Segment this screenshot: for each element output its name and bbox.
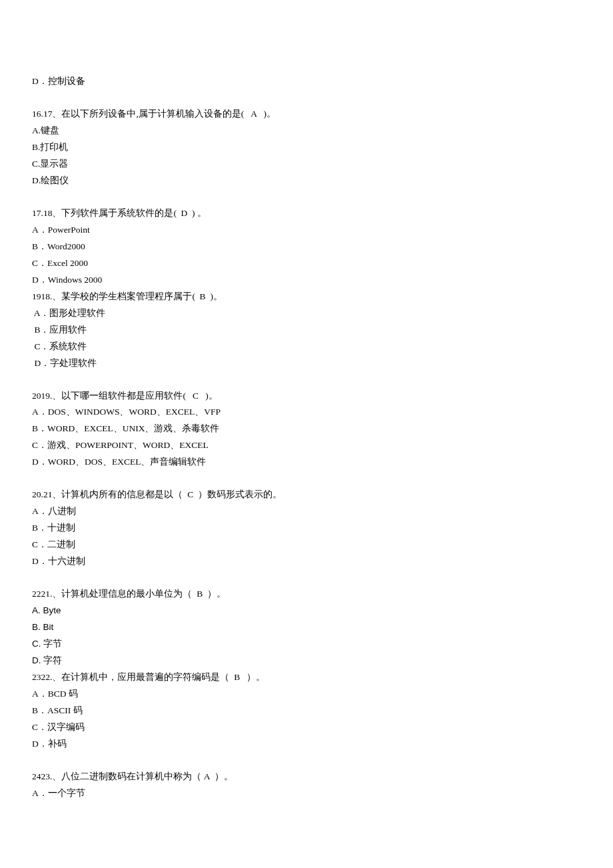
option-b: B. Bit (32, 619, 581, 636)
option-a: A．PowerPoint (32, 222, 581, 239)
option-a: A．图形处理软件 (32, 305, 581, 322)
question-19-18: 1918.、某学校的学生档案管理程序属于( B )。 (32, 289, 581, 305)
option-b: B．ASCII 码 (32, 703, 581, 719)
question-20-19: 2019.、以下哪一组软件都是应用软件( C )。 (32, 388, 581, 405)
option-b: B．十进制 (32, 520, 581, 537)
option-d: D. 字符 (32, 653, 581, 669)
spacer (32, 90, 581, 106)
question-23-22: 2322.、在计算机中，应用最普遍的字符编码是（ B ）。 (32, 669, 581, 686)
option-a: A．BCD 码 (32, 686, 581, 703)
option-a: A．DOS、WINDOWS、WORD、EXCEL、VFP (32, 404, 581, 421)
question-20-21: 20.21、计算机内所有的信息都是以（ C ）数码形式表示的。 (32, 487, 581, 503)
option-d: D．补码 (32, 736, 581, 753)
option-b: B．Word2000 (32, 239, 581, 255)
option-c: C．二进制 (32, 537, 581, 553)
option-a: A．八进制 (32, 503, 581, 520)
option-c: C．汉字编码 (32, 719, 581, 736)
option-b: B．WORD、EXCEL、UNIX、游戏、杀毒软件 (32, 421, 581, 437)
option-d: D．控制设备 (32, 73, 581, 90)
spacer (32, 570, 581, 586)
option-c: C. 字节 (32, 636, 581, 653)
option-b: B.打印机 (32, 139, 581, 156)
question-16-17: 16.17、在以下所列设备中,属于计算机输入设备的是( A )。 (32, 106, 581, 123)
question-17-18: 17.18、下列软件属于系统软件的是( D ) 。 (32, 205, 581, 222)
option-b: B．应用软件 (32, 322, 581, 339)
spacer (32, 471, 581, 487)
option-d: D．字处理软件 (32, 355, 581, 372)
option-c: C．系统软件 (32, 339, 581, 355)
option-d: D．十六进制 (32, 553, 581, 570)
spacer (32, 189, 581, 205)
option-c: C.显示器 (32, 156, 581, 173)
option-c: C．游戏、POWERPOINT、WORD、EXCEL (32, 437, 581, 454)
spacer (32, 753, 581, 769)
question-24-23: 2423.、八位二进制数码在计算机中称为（ A ）。 (32, 769, 581, 785)
question-22-21: 2221.、计算机处理信息的最小单位为（ B ）。 (32, 586, 581, 603)
option-a: A．一个字节 (32, 785, 581, 802)
option-d: D．WORD、DOS、EXCEL、声音编辑软件 (32, 454, 581, 471)
document-page: D．控制设备 16.17、在以下所列设备中,属于计算机输入设备的是( A )。 … (0, 0, 613, 842)
option-c: C．Excel 2000 (32, 255, 581, 272)
option-a: A.键盘 (32, 123, 581, 139)
option-d: D.绘图仪 (32, 173, 581, 189)
option-d: D．Windows 2000 (32, 272, 581, 289)
option-a: A. Byte (32, 603, 581, 619)
spacer (32, 372, 581, 388)
